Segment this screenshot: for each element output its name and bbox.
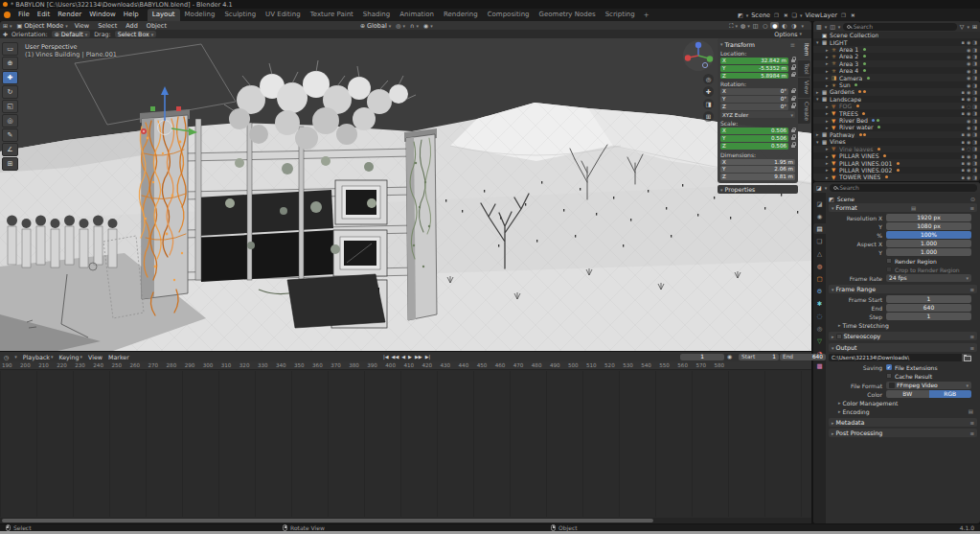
outliner-row[interactable]: ▸ ☼ Area 3 [813, 60, 980, 67]
selectable-checkbox[interactable] [962, 160, 965, 166]
properties-tab[interactable]: ◪ [814, 198, 825, 209]
visibility-toggles[interactable] [962, 96, 980, 102]
menu-item[interactable]: Edit [34, 9, 55, 21]
lock-icon[interactable] [791, 67, 795, 70]
eye-icon[interactable] [967, 54, 970, 59]
outliner-row[interactable]: ▸ ▼ Vine leaves [813, 146, 980, 152]
render-camera-icon[interactable] [972, 110, 977, 116]
editor-type-button[interactable]: ⊞▾ [3, 22, 12, 29]
outliner-row[interactable]: ▸ ▦ Gardens [813, 88, 980, 95]
add-workspace-button[interactable]: + [640, 12, 653, 19]
keying-menu[interactable]: Keying▾ [58, 354, 82, 360]
menu-item[interactable]: Help [120, 9, 143, 21]
lock-icon[interactable] [791, 74, 795, 77]
stereoscopy-checkbox[interactable] [836, 334, 842, 339]
render-camera-icon[interactable] [972, 139, 977, 145]
tool-button[interactable]: ⊕ [2, 57, 18, 70]
render-camera-icon[interactable] [972, 54, 977, 59]
render-camera-icon[interactable] [972, 68, 977, 74]
value-field[interactable]: 1920 px [886, 214, 971, 221]
timeline-track-area[interactable] [0, 371, 811, 517]
selectable-checkbox[interactable] [962, 104, 965, 109]
color-rgb-button[interactable]: RGB [929, 390, 972, 398]
visibility-toggles[interactable] [962, 39, 980, 45]
navigation-gizmo[interactable] [682, 39, 715, 76]
visibility-toggles[interactable] [962, 110, 980, 116]
properties-panel-collapsed[interactable]: ▾Properties [718, 185, 798, 194]
pin-icon[interactable]: ⊙ [970, 196, 977, 202]
start-frame-field[interactable]: Start1 [739, 354, 779, 360]
properties-tab[interactable]: ◉ [814, 211, 825, 221]
render-camera-icon[interactable] [972, 47, 977, 53]
proportional-edit-toggle[interactable]: ◉▾ [423, 22, 433, 29]
value-field[interactable]: 1.000 [886, 240, 971, 247]
workspace-tab[interactable]: Shading [358, 9, 395, 21]
n-panel-tab[interactable]: Item [798, 40, 810, 59]
visibility-toggles[interactable] [967, 82, 980, 88]
selectable-checkbox[interactable] [962, 153, 965, 159]
view-button[interactable]: ◨ [703, 99, 714, 109]
gizmo-toggle[interactable]: ⛶▾ [729, 22, 738, 30]
shading-dropdown[interactable]: ▾ [801, 23, 804, 29]
value-field[interactable]: 640 [886, 304, 971, 312]
output-path-field[interactable]: C:\Users\322134\Downloads\ [829, 354, 962, 361]
render-region-checkbox[interactable] [886, 258, 892, 264]
outliner-row[interactable]: ▣ Scene Collection [813, 32, 980, 38]
properties-tab[interactable]: ◌ [814, 311, 825, 321]
dimension-field[interactable]: Y2.06 m [720, 166, 795, 173]
playback-button[interactable]: ◀◀ [392, 354, 399, 360]
render-camera-icon[interactable] [972, 82, 977, 88]
shading-mode-button[interactable]: ● [770, 22, 779, 29]
lock-icon[interactable] [791, 90, 795, 93]
new-scene-button[interactable]: ❐ [773, 12, 780, 18]
orientation-dropdown[interactable]: ⊕Default▾ [52, 31, 91, 38]
eye-icon[interactable] [967, 39, 970, 45]
properties-tab[interactable]: ◎ [814, 323, 825, 334]
frame-rate-dropdown[interactable]: 24 fps▾ [886, 274, 971, 282]
n-panel-tab[interactable]: View [798, 78, 810, 97]
eye-icon[interactable] [967, 47, 970, 53]
outliner-row[interactable]: ▸ ▼ TOWER VINES [813, 174, 980, 180]
scale-field[interactable]: Z0.506 [720, 143, 788, 150]
eye-icon[interactable] [967, 110, 970, 116]
app-menu-icon[interactable] [4, 12, 11, 18]
workspace-tab[interactable]: Compositing [483, 9, 535, 21]
tool-button[interactable]: ⊞ [2, 157, 18, 171]
eye-icon[interactable] [967, 68, 970, 74]
dimension-field[interactable]: Z9.81 m [720, 174, 795, 180]
visibility-toggles[interactable] [967, 60, 980, 66]
color-bw-button[interactable]: BW [886, 390, 929, 398]
visibility-toggles[interactable] [967, 68, 980, 74]
outliner-row[interactable]: ▾ ▦ LIGHT [813, 38, 980, 45]
overlays-toggle[interactable]: ◍▾ [741, 22, 750, 29]
playback-button[interactable]: ◀ [401, 354, 405, 360]
workspace-tab[interactable]: Geometry Nodes [535, 9, 601, 21]
outliner-row[interactable]: ▾ ▦ Vines [813, 138, 980, 145]
visibility-toggles[interactable] [962, 104, 980, 109]
tool-button[interactable]: ▭ [2, 42, 18, 56]
marker-menu[interactable]: Marker [108, 354, 129, 360]
visibility-toggles[interactable] [962, 160, 980, 166]
file-extensions-checkbox[interactable] [886, 364, 892, 370]
eye-icon[interactable] [967, 82, 970, 88]
presets-icon[interactable]: ▤ [969, 408, 973, 414]
selectable-checkbox[interactable] [962, 167, 965, 173]
display-mode-icon[interactable]: ▥ [816, 23, 822, 30]
selectable-checkbox[interactable] [962, 139, 965, 145]
selectable-checkbox[interactable] [962, 146, 965, 151]
view-menu[interactable]: View [73, 22, 91, 30]
location-field[interactable]: Z5.8984 m [720, 73, 788, 80]
properties-tab[interactable]: ▤ [813, 223, 826, 234]
menu-item[interactable]: Window [85, 9, 120, 21]
frame-range-section-header[interactable]: ▾Frame Range ≡ [829, 285, 977, 293]
presets-icon[interactable]: ▤ [911, 205, 916, 211]
delete-view-layer-button[interactable]: ✖ [850, 12, 856, 18]
mode-selector[interactable]: ▣Object Mode▾ [17, 22, 68, 30]
outliner-row[interactable]: ▸ ▼ River water [813, 124, 980, 130]
n-panel-tab[interactable]: Tool [798, 60, 810, 78]
stereoscopy-section-header[interactable]: ▸ Stereoscopy ≡ [829, 332, 977, 340]
workspace-tab[interactable]: Rendering [439, 9, 483, 21]
render-camera-icon[interactable] [972, 153, 977, 159]
eye-icon[interactable] [967, 125, 970, 130]
location-field[interactable]: X32.842 m [720, 58, 788, 64]
